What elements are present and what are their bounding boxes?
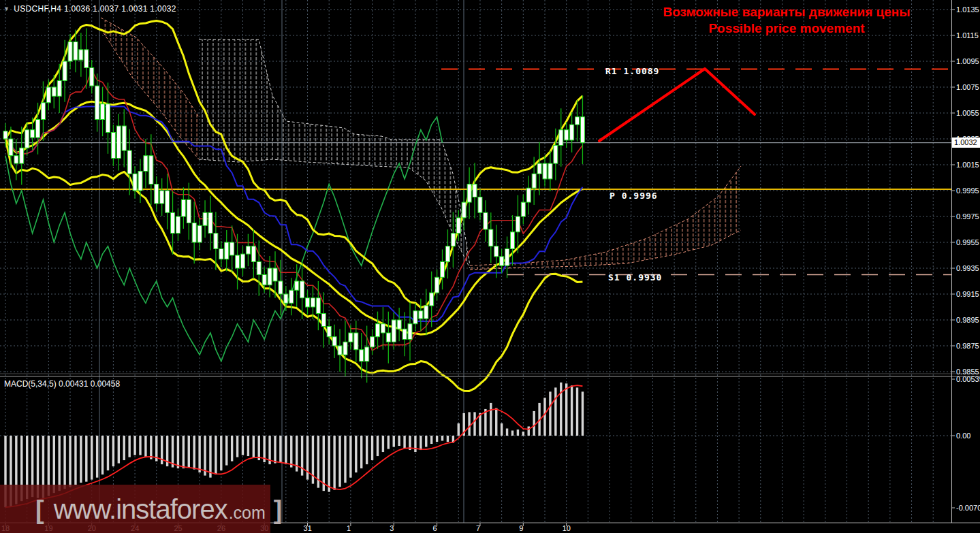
annotation-line-en: Possible price movement	[647, 20, 926, 37]
price-axis-label: 0.9875	[956, 341, 979, 351]
chevron-down-icon[interactable]: ▼	[3, 5, 10, 12]
price-axis-label: 1.0115	[956, 31, 979, 40]
time-axis-label: 6 Feb 12:00	[433, 523, 452, 533]
broker-watermark: [ www.instaforex .com ]	[0, 485, 270, 533]
pivot-level-label: P 0.9996	[610, 191, 658, 201]
watermark-bracket-close: ]	[274, 496, 283, 525]
watermark-site-name: www.instaforex	[54, 494, 227, 525]
price-axis-label: 1.0015	[956, 160, 979, 169]
symbol-header: ▼USDCHF,H4 1.0036 1.0037 1.0031 1.0032	[3, 4, 176, 14]
macd-axis-label: 0.00	[956, 431, 970, 440]
time-axis-label: 3 Feb 04:00	[390, 523, 409, 533]
price-axis-label: 1.0135	[956, 5, 979, 14]
time-axis-label: 7 Feb 20:00	[476, 523, 495, 533]
time-axis-label: 1 Feb 20:00	[347, 523, 366, 533]
time-axis-label: 9 Feb 04:00	[519, 523, 538, 533]
price-axis-label: 1.0075	[956, 82, 979, 92]
annotation-line-ru: Возможные варианты движения цены	[647, 4, 926, 20]
watermark-bracket-open: [	[35, 496, 44, 525]
macd-axis-label: -0.00709	[956, 503, 980, 513]
current-price-badge: 1.0032	[952, 138, 980, 148]
macd-indicator-label: MACD(5,34,5) 0.00431 0.00458	[4, 379, 120, 389]
time-axis-label: 10 Feb 12:00	[563, 523, 582, 533]
watermark-site-tld: .com	[229, 503, 266, 523]
price-axis-label: 1.0095	[956, 56, 979, 66]
price-axis-label: 1.0055	[956, 108, 979, 118]
price-axis-label: 0.9895	[956, 315, 979, 325]
resistance-level-label: R1 1.0089	[605, 66, 659, 76]
macd-axis-label: 0.00539	[956, 374, 980, 384]
time-axis-label: 31 Jan 12:00	[304, 523, 323, 533]
price-axis-label: 0.9935	[956, 263, 979, 273]
price-axis-label: 0.9915	[956, 289, 979, 299]
support-level-label: S1 0.9930	[608, 272, 662, 282]
symbol-ohlc-text: USDCHF,H4 1.0036 1.0037 1.0031 1.0032	[14, 4, 176, 14]
price-axis-label: 0.9955	[956, 238, 979, 247]
price-axis-label: 0.9975	[956, 212, 979, 221]
price-axis-label: 0.9995	[956, 186, 979, 195]
trading-terminal-chart-window: ▼USDCHF,H4 1.0036 1.0037 1.0031 1.0032 В…	[0, 0, 980, 533]
chart-canvas[interactable]	[0, 0, 980, 533]
price-scenario-annotation: Возможные варианты движения цены Possibl…	[647, 4, 926, 37]
